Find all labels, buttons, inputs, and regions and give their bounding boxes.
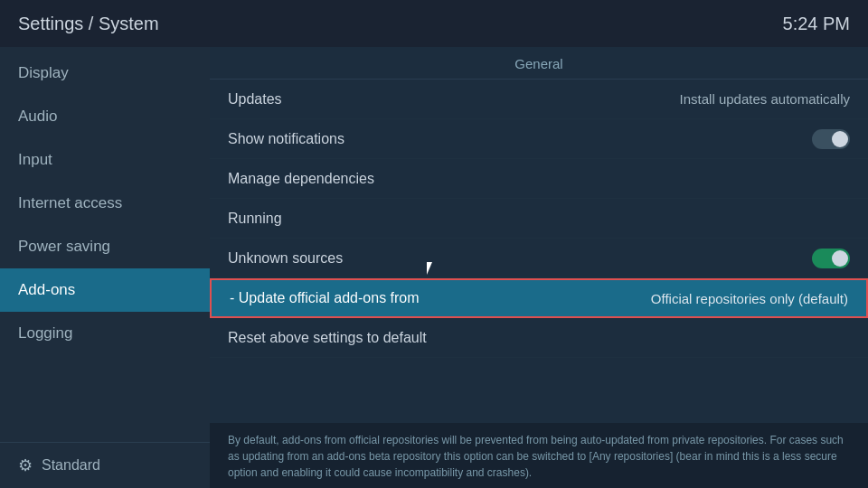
sidebar: Display Audio Input Internet access Powe… — [0, 47, 210, 488]
setting-value-update-official-addons: Official repositories only (default) — [651, 291, 848, 306]
description-footer: By default, add-ons from official reposi… — [210, 423, 868, 488]
setting-label-manage-dependencies: Manage dependencies — [228, 171, 374, 187]
setting-label-unknown-sources: Unknown sources — [228, 250, 343, 267]
header: Settings / System 5:24 PM — [0, 0, 868, 47]
sidebar-item-display[interactable]: Display — [0, 52, 210, 95]
sidebar-item-input[interactable]: Input — [0, 138, 210, 182]
setting-row-update-official-addons[interactable]: - Update official add-ons from Official … — [210, 278, 868, 318]
setting-row-manage-dependencies[interactable]: Manage dependencies — [210, 159, 868, 199]
sidebar-item-logging[interactable]: Logging — [0, 312, 210, 355]
sidebar-item-power-saving[interactable]: Power saving — [0, 225, 210, 268]
content-area: General Updates Install updates automati… — [210, 47, 868, 488]
setting-value-updates: Install updates automatically — [680, 91, 850, 107]
setting-row-reset-settings[interactable]: Reset above settings to default — [210, 318, 868, 358]
sidebar-footer[interactable]: ⚙ Standard — [0, 442, 210, 488]
toggle-show-notifications[interactable] — [812, 129, 850, 149]
setting-label-reset-settings: Reset above settings to default — [228, 330, 427, 346]
setting-row-unknown-sources[interactable]: Unknown sources — [210, 239, 868, 278]
setting-row-show-notifications[interactable]: Show notifications — [210, 119, 868, 159]
setting-label-running: Running — [228, 211, 282, 227]
sidebar-item-audio[interactable]: Audio — [0, 95, 210, 138]
main-layout: Display Audio Input Internet access Powe… — [0, 47, 868, 488]
standard-label: Standard — [42, 457, 100, 474]
page-title: Settings / System — [18, 14, 159, 34]
setting-label-show-notifications: Show notifications — [228, 131, 344, 147]
sidebar-item-add-ons[interactable]: Add-ons — [0, 268, 210, 312]
setting-row-updates[interactable]: Updates Install updates automatically — [210, 80, 868, 119]
setting-label-updates: Updates — [228, 91, 282, 108]
settings-list: Updates Install updates automatically Sh… — [210, 80, 868, 423]
gear-icon: ⚙ — [18, 455, 33, 475]
setting-label-update-official-addons: - Update official add-ons from — [230, 290, 420, 306]
description-text: By default, add-ons from official reposi… — [228, 434, 844, 479]
section-header: General — [210, 47, 868, 80]
clock: 5:24 PM — [783, 14, 850, 34]
sidebar-item-internet-access[interactable]: Internet access — [0, 182, 210, 225]
setting-row-running[interactable]: Running — [210, 199, 868, 239]
toggle-unknown-sources[interactable] — [812, 249, 850, 268]
